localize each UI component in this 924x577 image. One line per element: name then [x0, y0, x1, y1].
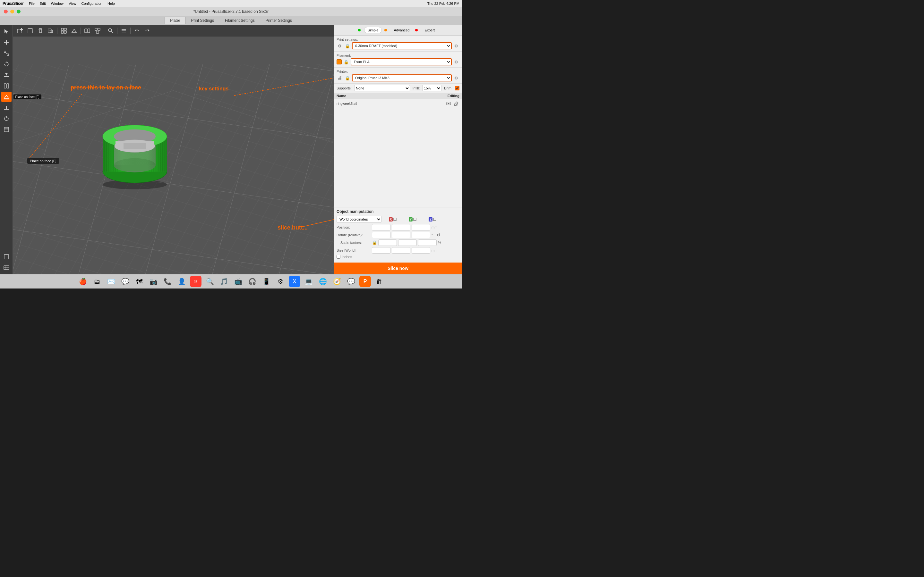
- position-y-input[interactable]: 105: [392, 224, 410, 230]
- toolbar-fdm[interactable]: [1, 124, 11, 135]
- scale-z-input[interactable]: 100: [418, 239, 437, 246]
- object-edit-icon[interactable]: [453, 100, 459, 107]
- toolbar-move[interactable]: [1, 37, 11, 47]
- table-row[interactable]: ringweek5.stl: [334, 99, 462, 108]
- add-object-button[interactable]: [15, 26, 24, 35]
- menu-view[interactable]: View: [69, 2, 76, 5]
- 3d-object[interactable]: [87, 104, 183, 195]
- rotate-x-input[interactable]: 0: [372, 232, 391, 238]
- infill-dropdown[interactable]: 15%: [422, 85, 441, 91]
- dock-system-prefs[interactable]: ⚙: [275, 276, 286, 287]
- menu-configuration[interactable]: Configuration: [81, 2, 102, 5]
- toolbar-cut[interactable]: [1, 81, 11, 91]
- viewport[interactable]: press this to lay on a face key settings…: [13, 25, 334, 274]
- rotate-z-input[interactable]: 0: [412, 232, 430, 238]
- position-x-input[interactable]: 125: [372, 224, 391, 230]
- svg-marker-7: [5, 73, 8, 76]
- dock-launchpad[interactable]: 🗂: [91, 276, 103, 287]
- size-y-input[interactable]: 25: [392, 247, 410, 253]
- toolbar-layers[interactable]: [1, 251, 11, 262]
- dock-chrome[interactable]: 🌐: [317, 276, 328, 287]
- position-inputs: 125 105 4 mm: [372, 224, 437, 230]
- split-objects-button[interactable]: [93, 26, 102, 35]
- scale-y-input[interactable]: 100: [398, 239, 417, 246]
- simple-mode-button[interactable]: Simple: [364, 27, 382, 33]
- dock-mail[interactable]: ✉️: [105, 276, 117, 287]
- supports-dropdown[interactable]: None: [354, 85, 410, 91]
- dock-messages[interactable]: 💬: [120, 276, 131, 287]
- filament-dropdown[interactable]: Esun PLA: [351, 58, 452, 65]
- dock-tv[interactable]: 📺: [232, 276, 244, 287]
- delete-button[interactable]: [36, 26, 45, 35]
- maximize-button[interactable]: [17, 10, 21, 13]
- split-button[interactable]: [83, 26, 92, 35]
- delete-all-button[interactable]: [46, 26, 55, 35]
- close-button[interactable]: [4, 10, 8, 13]
- expert-mode-button[interactable]: Expert: [421, 27, 438, 33]
- size-x-input[interactable]: 25: [372, 247, 391, 253]
- dock-whatsapp[interactable]: 💬: [345, 276, 357, 287]
- toolbar-rotate[interactable]: [1, 59, 11, 69]
- lay-flat-button[interactable]: [69, 26, 79, 35]
- size-z-input[interactable]: 8: [412, 247, 430, 253]
- dock-safari[interactable]: 🧭: [331, 276, 342, 287]
- inches-checkbox[interactable]: [336, 255, 341, 259]
- dock-simulator[interactable]: 📱: [260, 276, 272, 287]
- undo-button[interactable]: [132, 26, 142, 35]
- print-settings-gear[interactable]: ⚙: [453, 43, 459, 49]
- dock-calendar[interactable]: 22: [190, 276, 202, 287]
- dock-trash[interactable]: 🗑: [373, 276, 385, 287]
- window-controls[interactable]: [4, 10, 21, 13]
- dock-facetime[interactable]: 📞: [162, 276, 173, 287]
- dock-prusaslicer[interactable]: P: [359, 276, 371, 287]
- dock-finder[interactable]: 🍎: [77, 276, 89, 287]
- dock-maps[interactable]: 🗺: [134, 276, 145, 287]
- toolbar-select[interactable]: [1, 26, 11, 37]
- print-settings-dropdown[interactable]: 0.30mm DRAFT (modified): [352, 42, 452, 49]
- printer-gear[interactable]: ⚙: [453, 75, 459, 81]
- rotate-reset-button[interactable]: ↺: [435, 232, 442, 238]
- slice-now-button[interactable]: Slice now: [334, 263, 462, 274]
- dock-music[interactable]: 🎵: [218, 276, 230, 287]
- object-visibility-icon[interactable]: [445, 100, 452, 107]
- toolbar-supports[interactable]: [1, 103, 11, 113]
- arrange-button[interactable]: [59, 26, 68, 35]
- brim-checkbox[interactable]: [455, 86, 459, 90]
- toolbar-seam[interactable]: [1, 113, 11, 124]
- menu-edit[interactable]: Edit: [40, 2, 46, 5]
- select-all-button[interactable]: [26, 26, 35, 35]
- dock-photos[interactable]: 📷: [148, 276, 159, 287]
- position-z-input[interactable]: 4: [412, 224, 430, 230]
- toolbar-place-face[interactable]: Place on face [F]: [1, 92, 11, 102]
- dock-xcode[interactable]: X: [289, 276, 300, 287]
- printer-dropdown[interactable]: Original Prusa i3 MK3: [352, 74, 452, 81]
- advanced-mode-button[interactable]: Advanced: [391, 27, 413, 33]
- tab-print-settings[interactable]: Print Settings: [186, 17, 220, 24]
- redo-button[interactable]: [143, 26, 152, 35]
- rotate-y-input[interactable]: 0: [392, 232, 410, 238]
- filament-color-swatch[interactable]: [336, 59, 342, 64]
- dock-contacts[interactable]: 👤: [176, 276, 187, 287]
- search-button[interactable]: [106, 26, 115, 35]
- minimize-button[interactable]: [10, 10, 14, 13]
- layers-button[interactable]: [120, 26, 128, 35]
- tab-plater[interactable]: Plater: [165, 17, 186, 24]
- tab-filament-settings[interactable]: Filament Settings: [220, 17, 260, 24]
- menu-help[interactable]: Help: [107, 2, 115, 5]
- dock-spotlight[interactable]: 🔍: [204, 276, 216, 287]
- menu-file[interactable]: File: [29, 2, 35, 5]
- toolbar-preview[interactable]: [1, 263, 11, 273]
- tab-printer-settings[interactable]: Printer Settings: [260, 17, 297, 24]
- filament-row: 🔒 Esun PLA ⚙: [336, 58, 459, 65]
- dock-podcasts[interactable]: 🎧: [246, 276, 258, 287]
- toolbar-scale[interactable]: [1, 48, 11, 58]
- filament-gear[interactable]: ⚙: [453, 59, 459, 65]
- objects-name-header: Name: [336, 94, 447, 98]
- toolbar-flatten[interactable]: [1, 70, 11, 80]
- coordinate-system-dropdown[interactable]: World coordinates: [336, 216, 381, 223]
- scale-lock-icon[interactable]: 🔒: [372, 240, 377, 245]
- filament-label: Filament:: [336, 53, 459, 57]
- dock-terminal[interactable]: 💻: [303, 276, 314, 287]
- menu-window[interactable]: Window: [51, 2, 63, 5]
- scale-x-input[interactable]: 100: [378, 239, 397, 246]
